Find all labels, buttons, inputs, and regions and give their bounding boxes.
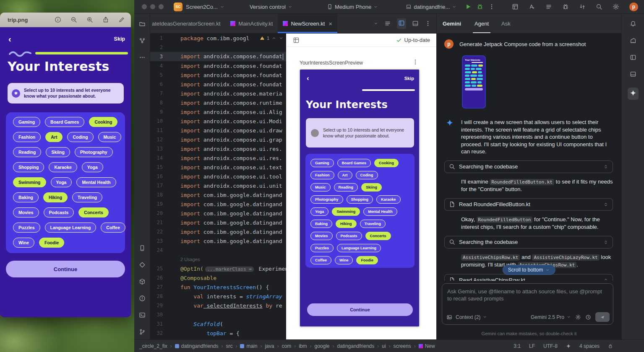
breadcrumb-item[interactable]: New: [419, 343, 435, 349]
app-quality-insights-icon[interactable]: [562, 3, 569, 10]
code-line[interactable]: 2: [150, 43, 286, 52]
preview-options-kebab[interactable]: [412, 59, 419, 65]
search-everywhere-icon[interactable]: [596, 3, 602, 10]
code-line[interactable]: 26@Composable: [150, 273, 286, 282]
logcat-icon[interactable]: [545, 3, 552, 10]
expand-collapse-icon[interactable]: [603, 278, 608, 281]
breadcrumb-item[interactable]: google: [314, 343, 329, 349]
zoom-window-button[interactable]: [159, 4, 164, 9]
profiler-icon[interactable]: [579, 3, 586, 10]
code-line[interactable]: 19import com.ibm.google.datingand: [150, 199, 286, 209]
device-explorer-icon[interactable]: [139, 245, 146, 251]
preview-window-titlebar[interactable]: trip.png: [0, 13, 131, 27]
code-line[interactable]: 30: [150, 310, 286, 319]
attach-image-icon[interactable]: [446, 314, 452, 320]
send-button[interactable]: [595, 312, 610, 322]
device-mirroring-icon[interactable]: [529, 3, 535, 10]
hidden-tabs-chevron[interactable]: [373, 21, 378, 26]
ai-status-icon[interactable]: [566, 344, 571, 349]
gemini-tool-icon[interactable]: [630, 90, 636, 96]
code-line[interactable]: 27fun YourInterestsScreen() {: [150, 282, 286, 292]
editor-options-kebab[interactable]: [425, 20, 431, 27]
breadcrumb-item[interactable]: src: [226, 343, 232, 349]
breadcrumb-item[interactable]: ibm: [299, 343, 307, 349]
user-avatar[interactable]: p: [629, 3, 638, 11]
code-line[interactable]: 18import com.ibm.google.datingand: [150, 190, 286, 199]
design-view-icon[interactable]: [412, 20, 419, 27]
debug-button[interactable]: [477, 3, 483, 10]
info-icon[interactable]: [55, 16, 61, 23]
zoom-out-icon[interactable]: [70, 16, 77, 23]
history-icon[interactable]: [585, 314, 591, 320]
code-line[interactable]: 9import androidx.compose.ui.Alig: [150, 107, 286, 116]
share-icon[interactable]: [102, 16, 109, 23]
breadcrumb-item[interactable]: screens: [394, 343, 411, 349]
code-line[interactable]: 29 var selectedInterests by re: [150, 301, 286, 310]
device-manager-tool-icon[interactable]: [630, 71, 636, 78]
close-tab-icon[interactable]: ×: [329, 21, 332, 27]
code-line[interactable]: 20import com.ibm.google.datingand: [150, 209, 286, 218]
layout-inspector-icon[interactable]: [512, 3, 519, 10]
code-line[interactable]: 3import androidx.compose.foundat: [150, 52, 286, 61]
markup-icon[interactable]: [118, 16, 125, 23]
code-line[interactable]: 23import com.ibm.google.datingand: [150, 236, 286, 246]
code-line[interactable]: 12import androidx.compose.ui.grap: [150, 135, 286, 144]
device-selector[interactable]: Medium Phone: [327, 4, 378, 10]
code-line[interactable]: 13import androidx.compose.ui.res.: [150, 144, 286, 153]
code-line[interactable]: 25@OptIn(...markerClass = Experiment: [150, 264, 286, 273]
editor-tab-NewScreen.kt[interactable]: NewScreen.kt×: [278, 14, 337, 33]
code-line[interactable]: 28 val interests = stringArray: [150, 292, 286, 301]
breadcrumb-item[interactable]: datingandfriends: [337, 343, 375, 349]
agent-tool-step[interactable]: Read RoundedFilledButton.kt: [444, 198, 613, 211]
running-devices-tool-icon[interactable]: [630, 54, 636, 61]
agent-tool-step[interactable]: Searching the codebase: [444, 236, 613, 248]
code-line[interactable]: 4import androidx.compose.foundat: [150, 61, 286, 70]
gemini-prompt-input[interactable]: Ask Gemini, use @filename to attach sour…: [442, 283, 613, 325]
problems-tool-icon[interactable]: [139, 295, 146, 302]
code-line[interactable]: 10import androidx.compose.ui.Modi: [150, 116, 286, 126]
project-selector[interactable]: Screen2Co...: [186, 4, 224, 10]
code-line[interactable]: 14import androidx.compose.ui.res.: [150, 153, 286, 163]
expand-collapse-icon[interactable]: [603, 202, 608, 207]
prev-issue-icon[interactable]: [271, 36, 276, 41]
expand-collapse-icon[interactable]: [603, 240, 608, 245]
gradle-tool-icon[interactable]: [630, 37, 636, 44]
minimize-window-button[interactable]: [150, 4, 155, 9]
next-issue-icon[interactable]: [279, 36, 284, 41]
indent-setting[interactable]: 4 spaces: [579, 343, 600, 349]
tab-agent[interactable]: Agent: [473, 14, 490, 33]
code-view-icon[interactable]: [384, 20, 391, 27]
code-line[interactable]: 16import androidx.compose.ui.tool: [150, 172, 286, 181]
code-line[interactable]: 8import androidx.compose.runtime: [150, 98, 286, 107]
code-line[interactable]: 17import androidx.compose.ui.unit: [150, 181, 286, 190]
breadcrumb-item[interactable]: _circle_2_fix: [139, 343, 167, 349]
zoom-in-icon[interactable]: [86, 16, 93, 23]
caret-position[interactable]: 3:1: [514, 343, 521, 349]
gemini-settings-icon[interactable]: [575, 314, 581, 320]
code-line[interactable]: 31 Scaffold(: [150, 319, 286, 329]
usages-inlay-hint[interactable]: 2 Usages: [150, 255, 286, 264]
commit-tool-icon[interactable]: [139, 37, 146, 44]
code-line[interactable]: 22import com.ibm.google.datingand: [150, 227, 286, 236]
code-line[interactable]: 6import androidx.compose.foundat: [150, 80, 286, 89]
preview-layout-icon[interactable]: [293, 37, 300, 44]
terminal-tool-icon[interactable]: [139, 312, 146, 318]
settings-icon[interactable]: [613, 3, 619, 10]
build-tool-icon[interactable]: [139, 278, 146, 285]
code-line[interactable]: 21import com.ibm.google.datingand: [150, 218, 286, 227]
editor-tab-ateIdeasGeneratorScreen.kt[interactable]: ateIdeasGeneratorScreen.kt: [150, 14, 225, 33]
expand-collapse-icon[interactable]: [603, 164, 608, 169]
context-selector[interactable]: Context (2): [456, 314, 487, 320]
agent-tool-step[interactable]: Searching the codebase: [444, 160, 613, 173]
close-window-button[interactable]: [142, 4, 147, 9]
editor-tab-MainActivity.kt[interactable]: MainActivity.kt: [225, 14, 278, 33]
code-line[interactable]: 11import androidx.compose.ui.draw: [150, 126, 286, 135]
readonly-lock-icon[interactable]: [608, 344, 613, 349]
split-view-icon[interactable]: [398, 20, 405, 26]
line-separator[interactable]: LF: [529, 343, 535, 349]
code-editor[interactable]: 1package com.ibm.googl123import androidx…: [150, 34, 286, 339]
code-line[interactable]: 5import androidx.compose.foundat: [150, 70, 286, 80]
scroll-to-bottom-button[interactable]: Scroll to bottom: [503, 265, 555, 275]
breadcrumb-item[interactable]: ui: [382, 343, 386, 349]
version-control-menu[interactable]: Version control: [250, 4, 292, 10]
